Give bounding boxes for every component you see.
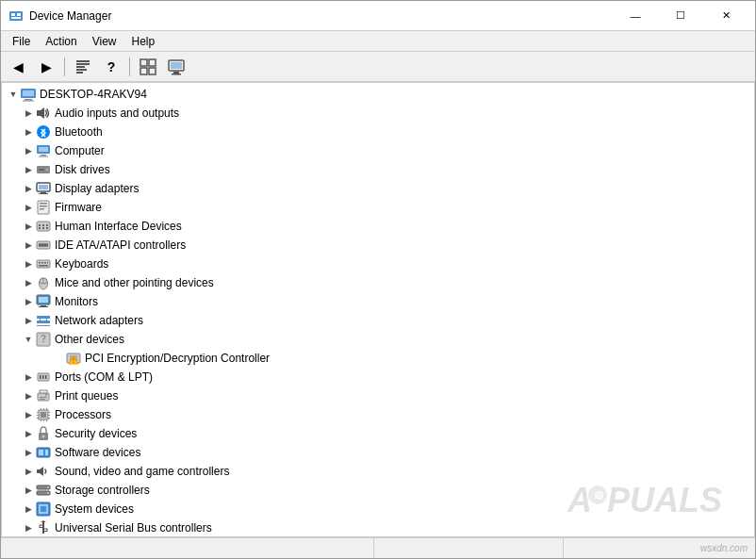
ide-expander[interactable]: ▶ [21, 238, 36, 253]
svg-rect-27 [39, 156, 48, 157]
tree-item-network[interactable]: ▶ Network adapters [2, 311, 754, 330]
sound-icon [36, 464, 51, 479]
back-button[interactable]: ◀ [5, 55, 31, 79]
ide-label: IDE ATA/ATAPI controllers [55, 238, 186, 252]
menu-file[interactable]: File [5, 33, 38, 50]
tree-item-ide[interactable]: ▶ IDE ATA/ATAPI controllers [2, 236, 754, 255]
bluetooth-expander[interactable]: ▶ [21, 124, 36, 140]
svg-text:!: ! [73, 357, 74, 364]
processors-label: Processors [55, 408, 111, 421]
other-expander[interactable]: ▼ [21, 332, 36, 347]
monitors-expander[interactable]: ▶ [21, 294, 36, 309]
device-tree: ▼ DESKTOP-4RAKV94 ▶ [2, 83, 754, 537]
bluetooth-icon [36, 124, 51, 140]
firmware-expander[interactable]: ▶ [21, 200, 36, 215]
tree-item-usb-controllers[interactable]: ▶ Universal Serial Bus controllers [2, 518, 754, 537]
tree-item-print[interactable]: ▶ Print queues [2, 386, 754, 405]
mice-expander[interactable]: ▶ [21, 275, 36, 290]
tree-item-disk[interactable]: ▶ Disk drives [2, 160, 754, 179]
forward-button[interactable]: ▶ [33, 55, 59, 79]
svg-rect-9 [140, 59, 147, 66]
maximize-button[interactable]: ☐ [659, 1, 702, 31]
software-label: Software devices [55, 446, 140, 459]
svg-rect-14 [173, 72, 179, 74]
tree-item-ports[interactable]: ▶ Ports (COM & LPT) [2, 368, 754, 386]
tree-item-pci[interactable]: ▶ ! PCI Encryption/Decryption Controller [2, 349, 754, 368]
print-expander[interactable]: ▶ [21, 388, 36, 403]
ports-expander[interactable]: ▶ [21, 370, 36, 385]
security-icon [36, 426, 51, 441]
toolbar: ◀ ▶ ? [1, 52, 755, 82]
system-label: System devices [55, 502, 134, 516]
tree-item-sound[interactable]: ▶ Sound, video and game controllers [2, 462, 754, 481]
hid-icon [36, 219, 51, 234]
software-expander[interactable]: ▶ [21, 445, 36, 460]
display-icon [36, 181, 51, 196]
hid-expander[interactable]: ▶ [21, 219, 36, 234]
svg-text:?: ? [41, 334, 46, 344]
sound-expander[interactable]: ▶ [21, 464, 36, 479]
tree-item-audio[interactable]: ▶ Audio inputs and outputs [2, 104, 754, 123]
tree-item-processors[interactable]: ▶ [2, 405, 754, 424]
svg-rect-33 [41, 192, 46, 193]
processors-expander[interactable]: ▶ [21, 407, 36, 422]
network-icon [36, 313, 51, 328]
svg-rect-44 [42, 227, 44, 229]
display-expander[interactable]: ▶ [21, 181, 36, 196]
svg-rect-94 [43, 419, 44, 421]
tree-view-container[interactable]: ▼ DESKTOP-4RAKV94 ▶ [1, 82, 755, 537]
tree-item-bluetooth[interactable]: ▶ Bluetooth [2, 123, 754, 141]
svg-rect-12 [149, 68, 156, 74]
tree-item-mice[interactable]: ▶ Mice and other pointing devices [2, 273, 754, 292]
close-button[interactable]: ✕ [704, 1, 748, 31]
svg-rect-25 [39, 147, 48, 152]
view-grid-button[interactable] [135, 55, 161, 79]
menu-bar: File Action View Help [1, 31, 755, 52]
svg-rect-63 [37, 321, 50, 323]
computer-expander[interactable]: ▶ [21, 143, 36, 158]
tree-item-hid[interactable]: ▶ Human Interface Devices [2, 217, 754, 236]
svg-rect-41 [42, 224, 44, 226]
storage-expander[interactable]: ▶ [21, 483, 36, 498]
svg-rect-74 [40, 375, 41, 379]
usb-controllers-label: Universal Serial Bus controllers [55, 521, 212, 534]
keyboards-expander[interactable]: ▶ [21, 256, 36, 271]
system-icon [36, 501, 51, 517]
firmware-icon [36, 200, 51, 215]
menu-action[interactable]: Action [38, 33, 84, 50]
usb-controllers-expander[interactable]: ▶ [21, 520, 36, 535]
tree-item-security[interactable]: ▶ Security devices [2, 424, 754, 443]
monitor-button[interactable] [163, 55, 189, 79]
tree-item-display[interactable]: ▶ Display adapters [2, 179, 754, 198]
other-icon: ? [36, 332, 51, 347]
tree-item-system[interactable]: ▶ System devices [2, 500, 754, 518]
svg-rect-95 [46, 419, 47, 421]
audio-label: Audio inputs and outputs [55, 107, 179, 120]
tree-item-keyboards[interactable]: ▶ Keyboards [2, 255, 754, 273]
tree-root[interactable]: ▼ DESKTOP-4RAKV94 [2, 85, 754, 104]
tree-item-firmware[interactable]: ▶ Firmware [2, 198, 754, 217]
root-expander[interactable]: ▼ [6, 87, 21, 102]
tree-item-computer[interactable]: ▶ Computer [2, 141, 754, 160]
system-expander[interactable]: ▶ [21, 501, 36, 517]
menu-help[interactable]: Help [124, 33, 163, 50]
audio-expander[interactable]: ▶ [21, 106, 36, 121]
disk-expander[interactable]: ▶ [21, 162, 36, 177]
status-section-2 [374, 538, 564, 558]
network-expander[interactable]: ▶ [21, 313, 36, 328]
svg-rect-62 [37, 316, 50, 319]
svg-rect-91 [43, 408, 44, 410]
menu-view[interactable]: View [85, 33, 124, 50]
tree-item-other[interactable]: ▼ ? Other devices [2, 330, 754, 349]
minimize-button[interactable]: — [614, 1, 657, 31]
svg-rect-0 [9, 11, 23, 21]
properties-button[interactable] [70, 55, 96, 79]
svg-rect-10 [149, 59, 156, 66]
tree-item-monitors[interactable]: ▶ Monitors [2, 292, 754, 311]
security-expander[interactable]: ▶ [21, 426, 36, 441]
tree-item-storage[interactable]: ▶ Storage controllers [2, 481, 754, 500]
svg-point-106 [47, 492, 49, 494]
tree-item-software[interactable]: ▶ Software devices [2, 443, 754, 462]
keyboards-icon [36, 256, 51, 271]
help-button[interactable]: ? [98, 55, 124, 79]
